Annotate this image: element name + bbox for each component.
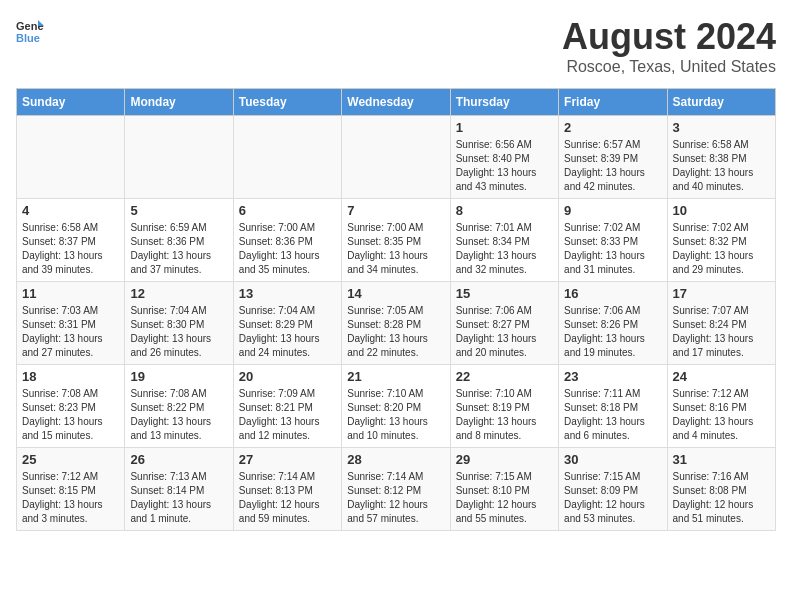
calendar-cell: 28Sunrise: 7:14 AM Sunset: 8:12 PM Dayli… <box>342 448 450 531</box>
day-number: 25 <box>22 452 119 467</box>
col-sunday: Sunday <box>17 89 125 116</box>
calendar-cell: 31Sunrise: 7:16 AM Sunset: 8:08 PM Dayli… <box>667 448 775 531</box>
calendar-week-3: 11Sunrise: 7:03 AM Sunset: 8:31 PM Dayli… <box>17 282 776 365</box>
col-tuesday: Tuesday <box>233 89 341 116</box>
day-info: Sunrise: 7:03 AM Sunset: 8:31 PM Dayligh… <box>22 304 119 360</box>
calendar-cell: 3Sunrise: 6:58 AM Sunset: 8:38 PM Daylig… <box>667 116 775 199</box>
calendar-cell: 16Sunrise: 7:06 AM Sunset: 8:26 PM Dayli… <box>559 282 667 365</box>
calendar-week-1: 1Sunrise: 6:56 AM Sunset: 8:40 PM Daylig… <box>17 116 776 199</box>
calendar-cell: 13Sunrise: 7:04 AM Sunset: 8:29 PM Dayli… <box>233 282 341 365</box>
calendar-cell <box>125 116 233 199</box>
calendar-cell: 30Sunrise: 7:15 AM Sunset: 8:09 PM Dayli… <box>559 448 667 531</box>
day-number: 14 <box>347 286 444 301</box>
day-info: Sunrise: 7:00 AM Sunset: 8:35 PM Dayligh… <box>347 221 444 277</box>
day-number: 7 <box>347 203 444 218</box>
day-info: Sunrise: 7:05 AM Sunset: 8:28 PM Dayligh… <box>347 304 444 360</box>
day-info: Sunrise: 7:04 AM Sunset: 8:29 PM Dayligh… <box>239 304 336 360</box>
day-info: Sunrise: 7:08 AM Sunset: 8:22 PM Dayligh… <box>130 387 227 443</box>
day-number: 24 <box>673 369 770 384</box>
day-info: Sunrise: 7:14 AM Sunset: 8:12 PM Dayligh… <box>347 470 444 526</box>
day-number: 26 <box>130 452 227 467</box>
day-number: 16 <box>564 286 661 301</box>
calendar-cell: 9Sunrise: 7:02 AM Sunset: 8:33 PM Daylig… <box>559 199 667 282</box>
col-wednesday: Wednesday <box>342 89 450 116</box>
day-number: 2 <box>564 120 661 135</box>
main-title: August 2024 <box>562 16 776 58</box>
logo-icon: General Blue <box>16 16 44 44</box>
calendar-week-4: 18Sunrise: 7:08 AM Sunset: 8:23 PM Dayli… <box>17 365 776 448</box>
svg-text:Blue: Blue <box>16 32 40 44</box>
header: General Blue August 2024 Roscoe, Texas, … <box>16 16 776 76</box>
calendar-cell: 18Sunrise: 7:08 AM Sunset: 8:23 PM Dayli… <box>17 365 125 448</box>
day-info: Sunrise: 7:07 AM Sunset: 8:24 PM Dayligh… <box>673 304 770 360</box>
day-info: Sunrise: 7:12 AM Sunset: 8:15 PM Dayligh… <box>22 470 119 526</box>
day-number: 21 <box>347 369 444 384</box>
calendar-body: 1Sunrise: 6:56 AM Sunset: 8:40 PM Daylig… <box>17 116 776 531</box>
day-number: 12 <box>130 286 227 301</box>
calendar-cell: 15Sunrise: 7:06 AM Sunset: 8:27 PM Dayli… <box>450 282 558 365</box>
day-info: Sunrise: 7:14 AM Sunset: 8:13 PM Dayligh… <box>239 470 336 526</box>
calendar-cell: 22Sunrise: 7:10 AM Sunset: 8:19 PM Dayli… <box>450 365 558 448</box>
day-number: 17 <box>673 286 770 301</box>
day-number: 29 <box>456 452 553 467</box>
calendar-table: Sunday Monday Tuesday Wednesday Thursday… <box>16 88 776 531</box>
subtitle: Roscoe, Texas, United States <box>562 58 776 76</box>
day-info: Sunrise: 7:01 AM Sunset: 8:34 PM Dayligh… <box>456 221 553 277</box>
day-info: Sunrise: 6:59 AM Sunset: 8:36 PM Dayligh… <box>130 221 227 277</box>
day-info: Sunrise: 7:15 AM Sunset: 8:10 PM Dayligh… <box>456 470 553 526</box>
calendar-cell: 29Sunrise: 7:15 AM Sunset: 8:10 PM Dayli… <box>450 448 558 531</box>
calendar-cell: 20Sunrise: 7:09 AM Sunset: 8:21 PM Dayli… <box>233 365 341 448</box>
day-info: Sunrise: 6:58 AM Sunset: 8:38 PM Dayligh… <box>673 138 770 194</box>
header-row: Sunday Monday Tuesday Wednesday Thursday… <box>17 89 776 116</box>
calendar-cell: 2Sunrise: 6:57 AM Sunset: 8:39 PM Daylig… <box>559 116 667 199</box>
day-info: Sunrise: 7:00 AM Sunset: 8:36 PM Dayligh… <box>239 221 336 277</box>
calendar-cell: 14Sunrise: 7:05 AM Sunset: 8:28 PM Dayli… <box>342 282 450 365</box>
day-info: Sunrise: 7:06 AM Sunset: 8:26 PM Dayligh… <box>564 304 661 360</box>
day-info: Sunrise: 7:10 AM Sunset: 8:20 PM Dayligh… <box>347 387 444 443</box>
day-info: Sunrise: 7:15 AM Sunset: 8:09 PM Dayligh… <box>564 470 661 526</box>
day-number: 1 <box>456 120 553 135</box>
calendar-cell: 23Sunrise: 7:11 AM Sunset: 8:18 PM Dayli… <box>559 365 667 448</box>
col-monday: Monday <box>125 89 233 116</box>
calendar-cell: 10Sunrise: 7:02 AM Sunset: 8:32 PM Dayli… <box>667 199 775 282</box>
day-info: Sunrise: 7:04 AM Sunset: 8:30 PM Dayligh… <box>130 304 227 360</box>
col-saturday: Saturday <box>667 89 775 116</box>
day-number: 20 <box>239 369 336 384</box>
calendar-cell <box>233 116 341 199</box>
calendar-cell: 11Sunrise: 7:03 AM Sunset: 8:31 PM Dayli… <box>17 282 125 365</box>
day-number: 31 <box>673 452 770 467</box>
day-number: 19 <box>130 369 227 384</box>
day-number: 10 <box>673 203 770 218</box>
day-info: Sunrise: 6:57 AM Sunset: 8:39 PM Dayligh… <box>564 138 661 194</box>
calendar-cell: 24Sunrise: 7:12 AM Sunset: 8:16 PM Dayli… <box>667 365 775 448</box>
day-info: Sunrise: 7:12 AM Sunset: 8:16 PM Dayligh… <box>673 387 770 443</box>
calendar-cell: 19Sunrise: 7:08 AM Sunset: 8:22 PM Dayli… <box>125 365 233 448</box>
col-thursday: Thursday <box>450 89 558 116</box>
day-number: 28 <box>347 452 444 467</box>
calendar-cell: 8Sunrise: 7:01 AM Sunset: 8:34 PM Daylig… <box>450 199 558 282</box>
day-info: Sunrise: 7:08 AM Sunset: 8:23 PM Dayligh… <box>22 387 119 443</box>
day-number: 18 <box>22 369 119 384</box>
title-area: August 2024 Roscoe, Texas, United States <box>562 16 776 76</box>
calendar-week-2: 4Sunrise: 6:58 AM Sunset: 8:37 PM Daylig… <box>17 199 776 282</box>
day-info: Sunrise: 7:10 AM Sunset: 8:19 PM Dayligh… <box>456 387 553 443</box>
calendar-cell: 1Sunrise: 6:56 AM Sunset: 8:40 PM Daylig… <box>450 116 558 199</box>
day-number: 30 <box>564 452 661 467</box>
calendar-cell <box>17 116 125 199</box>
calendar-cell: 7Sunrise: 7:00 AM Sunset: 8:35 PM Daylig… <box>342 199 450 282</box>
day-info: Sunrise: 7:02 AM Sunset: 8:33 PM Dayligh… <box>564 221 661 277</box>
col-friday: Friday <box>559 89 667 116</box>
calendar-cell: 26Sunrise: 7:13 AM Sunset: 8:14 PM Dayli… <box>125 448 233 531</box>
calendar-cell: 5Sunrise: 6:59 AM Sunset: 8:36 PM Daylig… <box>125 199 233 282</box>
calendar-cell: 21Sunrise: 7:10 AM Sunset: 8:20 PM Dayli… <box>342 365 450 448</box>
calendar-cell: 4Sunrise: 6:58 AM Sunset: 8:37 PM Daylig… <box>17 199 125 282</box>
day-info: Sunrise: 7:16 AM Sunset: 8:08 PM Dayligh… <box>673 470 770 526</box>
day-number: 8 <box>456 203 553 218</box>
day-info: Sunrise: 6:58 AM Sunset: 8:37 PM Dayligh… <box>22 221 119 277</box>
day-number: 11 <box>22 286 119 301</box>
calendar-header: Sunday Monday Tuesday Wednesday Thursday… <box>17 89 776 116</box>
day-info: Sunrise: 7:06 AM Sunset: 8:27 PM Dayligh… <box>456 304 553 360</box>
day-number: 3 <box>673 120 770 135</box>
logo: General Blue <box>16 16 44 44</box>
calendar-cell: 27Sunrise: 7:14 AM Sunset: 8:13 PM Dayli… <box>233 448 341 531</box>
